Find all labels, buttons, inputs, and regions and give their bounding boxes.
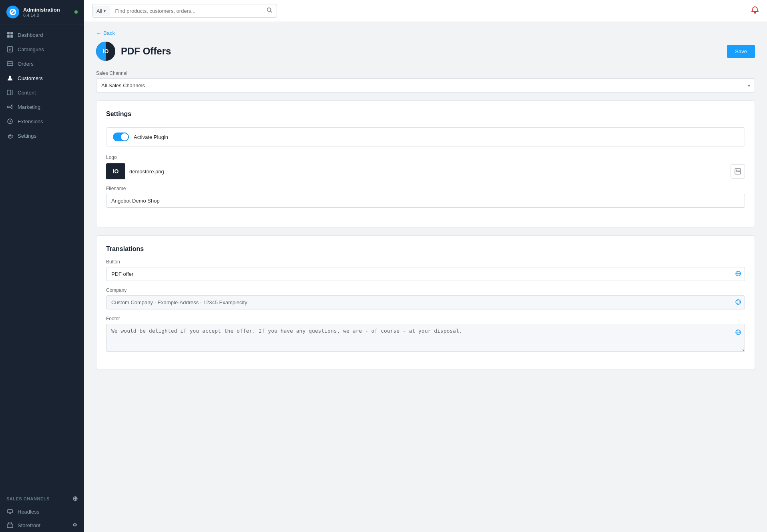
activate-plugin-row: Activate Plugin	[106, 127, 745, 147]
notification-button[interactable]	[751, 6, 759, 16]
sidebar-item-orders[interactable]: Orders	[0, 56, 84, 71]
logo-thumbnail: IO	[106, 163, 125, 179]
chevron-down-icon: ▾	[104, 9, 106, 13]
app-version: 6.4.14.0	[23, 13, 70, 18]
activate-plugin-toggle[interactable]	[113, 132, 129, 141]
search-icon[interactable]	[262, 4, 277, 17]
settings-icon	[6, 132, 14, 139]
sidebar-item-content[interactable]: Content	[0, 85, 84, 100]
search-filter-dropdown[interactable]: All ▾	[92, 6, 110, 16]
catalogues-icon	[6, 46, 14, 53]
svg-rect-12	[12, 90, 13, 95]
sidebar-item-label: Catalogues	[18, 46, 44, 52]
sidebar-item-marketing[interactable]: Marketing	[0, 100, 84, 114]
page-title: PDF Offers	[121, 46, 171, 57]
svg-rect-2	[7, 35, 10, 38]
footer-group: Footer We would be delighted if you acce…	[106, 316, 745, 353]
visibility-icon[interactable]	[72, 522, 78, 529]
translations-title: Translations	[106, 245, 745, 253]
app-logo	[6, 6, 19, 18]
sidebar-item-label: Marketing	[18, 104, 40, 110]
sidebar-item-extensions[interactable]: Extensions	[0, 114, 84, 128]
customers-icon	[6, 74, 14, 82]
svg-rect-15	[8, 510, 12, 513]
filename-label: Filename	[106, 186, 745, 191]
sales-channel-select-wrapper: All Sales Channels ▾	[96, 78, 755, 92]
main-nav: Dashboard Catalogues Orders Customers Co…	[0, 24, 84, 488]
svg-point-21	[736, 170, 737, 171]
svg-rect-11	[7, 90, 11, 95]
search-bar: All ▾	[92, 4, 277, 18]
sidebar-item-label: Storefront	[18, 522, 40, 528]
plugin-icon: IO	[96, 42, 115, 61]
app-name: Administration	[23, 7, 70, 13]
svg-rect-1	[10, 32, 13, 34]
settings-card: Settings Activate Plugin Logo	[96, 100, 755, 227]
svg-rect-0	[7, 32, 10, 34]
logo-upload-button[interactable]	[731, 164, 745, 179]
search-filter-label: All	[96, 8, 102, 14]
svg-line-19	[271, 11, 272, 13]
translations-card: Translations Button Company	[96, 235, 755, 370]
sidebar-item-settings[interactable]: Settings	[0, 128, 84, 143]
sidebar-item-label: Headless	[18, 509, 39, 515]
sidebar-item-customers[interactable]: Customers	[0, 71, 84, 85]
button-input[interactable]	[106, 267, 745, 281]
sales-channel-select[interactable]: All Sales Channels	[96, 78, 755, 92]
content-icon	[6, 89, 14, 96]
status-dot	[74, 10, 78, 14]
app-info: Administration 6.4.14.0	[23, 7, 70, 18]
extensions-icon	[6, 118, 14, 125]
topbar: All ▾	[84, 0, 767, 22]
logo-preview: IO demostore.png	[106, 163, 164, 179]
back-label: Back	[103, 30, 115, 36]
sidebar-item-label: Settings	[18, 133, 36, 139]
svg-rect-17	[7, 524, 13, 528]
headless-icon	[6, 508, 14, 515]
footer-input[interactable]: We would be delighted if you accept the …	[106, 324, 745, 352]
company-input[interactable]	[106, 295, 745, 309]
sidebar-item-label: Dashboard	[18, 32, 43, 38]
button-group: Button	[106, 259, 745, 281]
filename-input[interactable]	[106, 194, 745, 208]
button-field-label: Button	[106, 259, 745, 265]
back-arrow-icon: ←	[96, 30, 101, 36]
sales-channel-card: Sales Channel All Sales Channels ▾	[96, 70, 755, 92]
search-input[interactable]	[110, 6, 262, 16]
storefront-icon	[6, 522, 14, 529]
sidebar-item-label: Extensions	[18, 118, 43, 124]
add-sales-channel-btn[interactable]: ⊕	[72, 495, 78, 502]
sidebar: Administration 6.4.14.0 Dashboard Catalo…	[0, 0, 84, 532]
main-area: All ▾ ← Back IO	[84, 0, 767, 532]
sales-channel-label: Sales Channel	[96, 70, 755, 76]
svg-rect-8	[7, 62, 13, 66]
sidebar-item-label: Customers	[18, 75, 43, 81]
filename-group: Filename	[106, 186, 745, 208]
page-header: IO PDF Offers Save	[96, 42, 755, 61]
activate-plugin-label: Activate Plugin	[134, 134, 168, 140]
content-area: ← Back IO PDF Offers Save Sales Channel …	[84, 22, 767, 532]
sidebar-item-dashboard[interactable]: Dashboard	[0, 28, 84, 42]
sidebar-item-label: Orders	[18, 61, 34, 67]
marketing-icon	[6, 103, 14, 110]
sidebar-header: Administration 6.4.14.0	[0, 0, 84, 24]
logo-filename: demostore.png	[129, 169, 164, 175]
back-link[interactable]: ← Back	[96, 30, 755, 36]
sales-channels-section: Sales Channels ⊕ Headless Storefront	[0, 488, 84, 532]
save-button[interactable]: Save	[727, 45, 755, 58]
sidebar-item-storefront[interactable]: Storefront	[0, 518, 84, 532]
sidebar-item-headless[interactable]: Headless	[0, 505, 84, 518]
orders-icon	[6, 60, 14, 67]
sales-channels-title: Sales Channels ⊕	[0, 488, 84, 505]
svg-point-18	[267, 8, 271, 12]
sidebar-item-catalogues[interactable]: Catalogues	[0, 42, 84, 56]
settings-title: Settings	[106, 110, 745, 118]
svg-rect-3	[10, 35, 13, 38]
company-group: Company	[106, 287, 745, 309]
topbar-right	[751, 6, 759, 16]
sidebar-item-label: Content	[18, 90, 36, 96]
logo-section: Logo IO demostore.png	[106, 155, 745, 179]
svg-point-10	[9, 76, 11, 78]
logo-label: Logo	[106, 155, 745, 160]
footer-label: Footer	[106, 316, 745, 321]
